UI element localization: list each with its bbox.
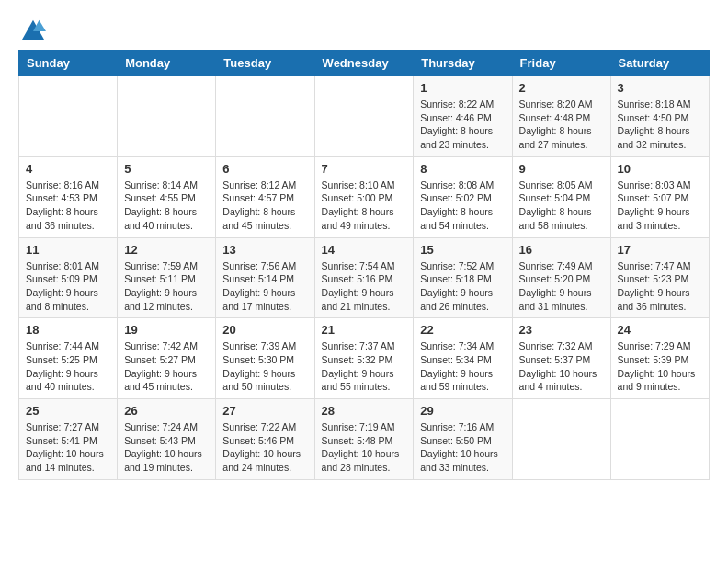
calendar-cell: 22Sunrise: 7:34 AM Sunset: 5:34 PM Dayli…: [414, 318, 512, 399]
calendar-cell: 21Sunrise: 7:37 AM Sunset: 5:32 PM Dayli…: [314, 318, 414, 399]
calendar-cell: [610, 399, 709, 480]
day-info: Sunrise: 7:27 AM Sunset: 5:41 PM Dayligh…: [26, 420, 110, 475]
calendar-week-4: 18Sunrise: 7:44 AM Sunset: 5:25 PM Dayli…: [19, 318, 710, 399]
calendar-cell: 10Sunrise: 8:03 AM Sunset: 5:07 PM Dayli…: [610, 156, 709, 237]
day-number: 21: [322, 323, 407, 337]
calendar-cell: [216, 76, 314, 157]
weekday-header-saturday: Saturday: [610, 51, 709, 76]
calendar-cell: 23Sunrise: 7:32 AM Sunset: 5:37 PM Dayli…: [512, 318, 610, 399]
day-number: 25: [26, 404, 110, 418]
calendar-body: 1Sunrise: 8:22 AM Sunset: 4:46 PM Daylig…: [19, 76, 710, 480]
day-info: Sunrise: 7:37 AM Sunset: 5:32 PM Dayligh…: [322, 339, 407, 394]
day-info: Sunrise: 7:19 AM Sunset: 5:48 PM Dayligh…: [322, 420, 407, 475]
calendar-cell: 7Sunrise: 8:10 AM Sunset: 5:00 PM Daylig…: [314, 156, 414, 237]
page-header: [18, 18, 710, 40]
calendar-cell: 28Sunrise: 7:19 AM Sunset: 5:48 PM Dayli…: [314, 399, 414, 480]
weekday-header-thursday: Thursday: [414, 51, 512, 76]
weekday-header-tuesday: Tuesday: [216, 51, 314, 76]
day-info: Sunrise: 7:34 AM Sunset: 5:34 PM Dayligh…: [420, 339, 505, 394]
calendar-cell: 2Sunrise: 8:20 AM Sunset: 4:48 PM Daylig…: [512, 76, 610, 157]
weekday-header-friday: Friday: [512, 51, 610, 76]
day-number: 20: [222, 323, 307, 337]
day-number: 15: [420, 243, 505, 257]
calendar-cell: 25Sunrise: 7:27 AM Sunset: 5:41 PM Dayli…: [19, 399, 118, 480]
day-number: 24: [618, 323, 702, 337]
day-number: 12: [124, 243, 209, 257]
day-info: Sunrise: 8:16 AM Sunset: 4:53 PM Dayligh…: [26, 178, 110, 233]
calendar-cell: 3Sunrise: 8:18 AM Sunset: 4:50 PM Daylig…: [610, 76, 709, 157]
day-info: Sunrise: 7:29 AM Sunset: 5:39 PM Dayligh…: [618, 339, 702, 394]
day-info: Sunrise: 7:32 AM Sunset: 5:37 PM Dayligh…: [519, 339, 604, 394]
calendar-cell: 4Sunrise: 8:16 AM Sunset: 4:53 PM Daylig…: [19, 156, 118, 237]
day-number: 22: [420, 323, 505, 337]
logo-icon: [20, 18, 46, 44]
calendar-table: SundayMondayTuesdayWednesdayThursdayFrid…: [18, 50, 710, 480]
day-number: 28: [322, 404, 407, 418]
day-number: 27: [222, 404, 307, 418]
weekday-header-sunday: Sunday: [19, 51, 118, 76]
calendar-cell: 24Sunrise: 7:29 AM Sunset: 5:39 PM Dayli…: [610, 318, 709, 399]
day-number: 13: [222, 243, 307, 257]
day-number: 9: [519, 162, 604, 176]
day-number: 1: [420, 81, 505, 95]
calendar-week-3: 11Sunrise: 8:01 AM Sunset: 5:09 PM Dayli…: [19, 237, 710, 318]
day-info: Sunrise: 8:08 AM Sunset: 5:02 PM Dayligh…: [420, 178, 505, 233]
day-number: 14: [322, 243, 407, 257]
day-info: Sunrise: 7:39 AM Sunset: 5:30 PM Dayligh…: [222, 339, 307, 394]
calendar-cell: 15Sunrise: 7:52 AM Sunset: 5:18 PM Dayli…: [414, 237, 512, 318]
calendar-week-2: 4Sunrise: 8:16 AM Sunset: 4:53 PM Daylig…: [19, 156, 710, 237]
day-info: Sunrise: 7:42 AM Sunset: 5:27 PM Dayligh…: [124, 339, 209, 394]
day-info: Sunrise: 7:56 AM Sunset: 5:14 PM Dayligh…: [222, 259, 307, 314]
day-info: Sunrise: 7:54 AM Sunset: 5:16 PM Dayligh…: [322, 259, 407, 314]
calendar-cell: [512, 399, 610, 480]
day-number: 16: [519, 243, 604, 257]
calendar-cell: 9Sunrise: 8:05 AM Sunset: 5:04 PM Daylig…: [512, 156, 610, 237]
calendar-cell: 17Sunrise: 7:47 AM Sunset: 5:23 PM Dayli…: [610, 237, 709, 318]
calendar-header: SundayMondayTuesdayWednesdayThursdayFrid…: [19, 51, 710, 76]
day-number: 2: [519, 81, 604, 95]
day-info: Sunrise: 8:05 AM Sunset: 5:04 PM Dayligh…: [519, 178, 604, 233]
day-number: 3: [618, 81, 702, 95]
calendar-cell: 27Sunrise: 7:22 AM Sunset: 5:46 PM Dayli…: [216, 399, 314, 480]
calendar-cell: [118, 76, 216, 157]
day-number: 6: [222, 162, 307, 176]
weekday-row: SundayMondayTuesdayWednesdayThursdayFrid…: [19, 51, 710, 76]
day-info: Sunrise: 8:10 AM Sunset: 5:00 PM Dayligh…: [322, 178, 407, 233]
calendar-cell: 16Sunrise: 7:49 AM Sunset: 5:20 PM Dayli…: [512, 237, 610, 318]
calendar-cell: 8Sunrise: 8:08 AM Sunset: 5:02 PM Daylig…: [414, 156, 512, 237]
day-info: Sunrise: 7:59 AM Sunset: 5:11 PM Dayligh…: [124, 259, 209, 314]
calendar-cell: 26Sunrise: 7:24 AM Sunset: 5:43 PM Dayli…: [118, 399, 216, 480]
day-info: Sunrise: 8:12 AM Sunset: 4:57 PM Dayligh…: [222, 178, 307, 233]
day-info: Sunrise: 8:14 AM Sunset: 4:55 PM Dayligh…: [124, 178, 209, 233]
day-info: Sunrise: 8:20 AM Sunset: 4:48 PM Dayligh…: [519, 98, 604, 152]
day-number: 19: [124, 323, 209, 337]
calendar-cell: 14Sunrise: 7:54 AM Sunset: 5:16 PM Dayli…: [314, 237, 414, 318]
weekday-header-wednesday: Wednesday: [314, 51, 414, 76]
day-number: 18: [26, 323, 110, 337]
day-number: 4: [26, 162, 110, 176]
day-info: Sunrise: 7:22 AM Sunset: 5:46 PM Dayligh…: [222, 420, 307, 475]
calendar-week-5: 25Sunrise: 7:27 AM Sunset: 5:41 PM Dayli…: [19, 399, 710, 480]
day-number: 5: [124, 162, 209, 176]
day-info: Sunrise: 8:03 AM Sunset: 5:07 PM Dayligh…: [618, 178, 702, 233]
day-number: 8: [420, 162, 505, 176]
day-info: Sunrise: 7:52 AM Sunset: 5:18 PM Dayligh…: [420, 259, 505, 314]
calendar-cell: 1Sunrise: 8:22 AM Sunset: 4:46 PM Daylig…: [414, 76, 512, 157]
day-info: Sunrise: 7:49 AM Sunset: 5:20 PM Dayligh…: [519, 259, 604, 314]
calendar-cell: 29Sunrise: 7:16 AM Sunset: 5:50 PM Dayli…: [414, 399, 512, 480]
calendar-cell: 6Sunrise: 8:12 AM Sunset: 4:57 PM Daylig…: [216, 156, 314, 237]
day-number: 26: [124, 404, 209, 418]
calendar-cell: 11Sunrise: 8:01 AM Sunset: 5:09 PM Dayli…: [19, 237, 118, 318]
calendar-cell: 12Sunrise: 7:59 AM Sunset: 5:11 PM Dayli…: [118, 237, 216, 318]
logo: [18, 18, 46, 40]
calendar-cell: 19Sunrise: 7:42 AM Sunset: 5:27 PM Dayli…: [118, 318, 216, 399]
day-info: Sunrise: 8:22 AM Sunset: 4:46 PM Dayligh…: [420, 98, 505, 152]
day-number: 17: [618, 243, 702, 257]
calendar-cell: [314, 76, 414, 157]
weekday-header-monday: Monday: [118, 51, 216, 76]
day-info: Sunrise: 7:47 AM Sunset: 5:23 PM Dayligh…: [618, 259, 702, 314]
calendar-cell: 18Sunrise: 7:44 AM Sunset: 5:25 PM Dayli…: [19, 318, 118, 399]
day-number: 11: [26, 243, 110, 257]
day-info: Sunrise: 8:18 AM Sunset: 4:50 PM Dayligh…: [618, 98, 702, 152]
day-number: 7: [322, 162, 407, 176]
